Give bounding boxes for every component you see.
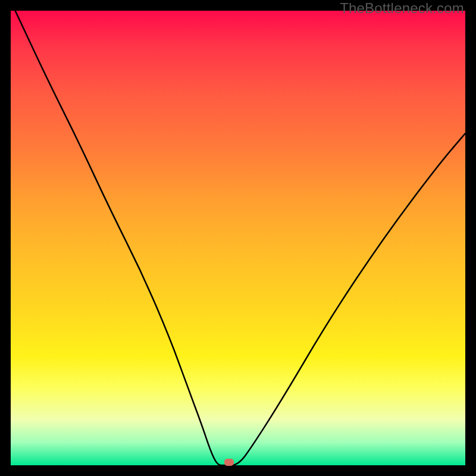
chart-plot-area: [11, 11, 465, 465]
bottleneck-curve: [11, 11, 465, 465]
watermark-text: TheBottleneck.com: [340, 0, 464, 17]
bottleneck-marker: [224, 459, 234, 466]
